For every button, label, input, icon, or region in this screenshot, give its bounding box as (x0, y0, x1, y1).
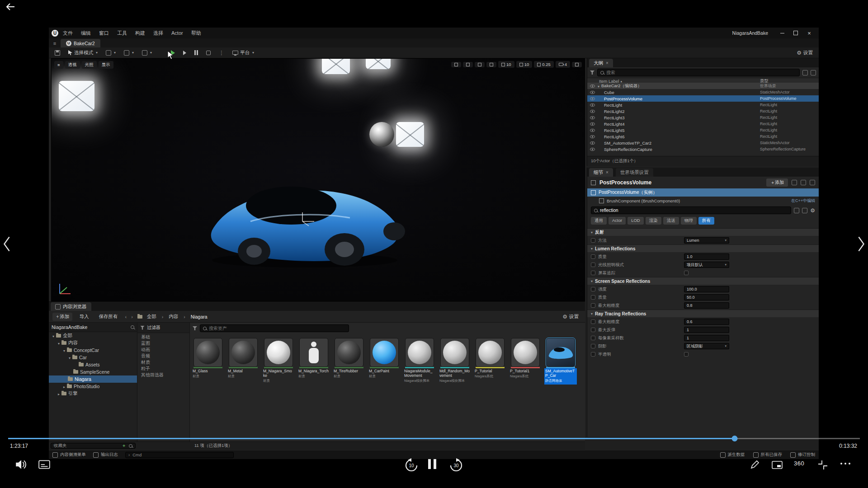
save-button[interactable] (52, 49, 62, 56)
more-options-button[interactable] (839, 463, 851, 465)
chip-rendering[interactable]: 渲染 (646, 217, 661, 225)
skip-frame-button[interactable] (181, 50, 189, 56)
override-checkbox[interactable] (591, 263, 595, 267)
override-checkbox[interactable] (591, 352, 595, 357)
component-instance-row[interactable]: PostProcessVolume（实例） (587, 188, 819, 197)
override-checkbox[interactable] (591, 303, 595, 308)
samples-per-pixel-field[interactable]: 1 (684, 335, 729, 341)
seek-bar[interactable] (8, 436, 860, 440)
category-ssr[interactable]: Screen Space Reflections (587, 277, 819, 285)
eject-button[interactable] (204, 50, 213, 56)
asset-tile[interactable]: P_Tutorial1Niagara系统 (509, 338, 542, 380)
maximize-icon[interactable] (789, 28, 802, 38)
level-viewport[interactable]: ≡ 透视 光照 显示 10 10 0.25 4 (51, 58, 585, 301)
previous-button[interactable] (2, 235, 12, 253)
details-view-options-icon[interactable] (792, 180, 797, 185)
outliner-filter-icon[interactable] (590, 70, 594, 75)
rotation-snap-toggle[interactable]: 10 (516, 61, 533, 68)
import-button[interactable]: 导入 (77, 313, 92, 321)
visibility-eye-icon[interactable] (590, 141, 595, 145)
outliner-row-selected[interactable]: PostProcessVolumePostProcessVolume (587, 95, 819, 102)
asset-search-box[interactable] (200, 324, 349, 332)
asset-tile[interactable]: M_Niagara_Smoke材质 (262, 338, 295, 385)
chip-lod[interactable]: LOD (627, 217, 644, 225)
favorites-star-icon[interactable] (802, 208, 807, 213)
filter-item[interactable]: 其他筛选器 (137, 371, 189, 377)
move-tool-icon[interactable] (463, 62, 473, 67)
breadcrumb-all[interactable]: 全部 (147, 314, 156, 320)
subtitles-button[interactable] (38, 458, 51, 471)
shadows-dropdown[interactable]: 区域阴影 (684, 343, 729, 349)
tree-item-conceptcar[interactable]: ConceptCar (49, 347, 137, 354)
tree-item-niagara[interactable]: Niagara (49, 375, 137, 383)
override-checkbox[interactable] (591, 271, 595, 275)
close-tab-icon[interactable]: × (606, 170, 609, 175)
grid-snap-toggle[interactable]: 10 (498, 61, 514, 68)
details-lock-icon[interactable] (810, 180, 815, 185)
outliner-row[interactable]: SM_AutomotiveTP_Car2StaticMeshActor (587, 140, 819, 146)
category-lumen-reflections[interactable]: Lumen Reflections (587, 244, 819, 252)
save-all-button[interactable]: 保存所有 (96, 313, 121, 321)
visibility-eye-icon[interactable] (590, 129, 595, 132)
override-checkbox[interactable] (591, 287, 595, 291)
asset-tile[interactable]: M_TireRubber材质 (333, 338, 365, 380)
asset-tile[interactable]: M_CarPaint材质 (368, 338, 401, 380)
search-icon[interactable] (129, 444, 132, 448)
menu-actor[interactable]: Actor (168, 29, 187, 37)
view-mode-dropdown[interactable]: 光照 (82, 61, 97, 69)
quality-field[interactable]: 50.0 (684, 294, 729, 300)
breadcrumb-niagara[interactable]: Niagara (191, 314, 208, 319)
translucency-checkbox[interactable] (684, 352, 689, 357)
menu-tools[interactable]: 工具 (113, 29, 131, 38)
show-dropdown[interactable]: 显示 (99, 61, 113, 69)
editor-settings-button[interactable]: ⚙设置 (794, 49, 815, 57)
asset-tile[interactable]: M_Metal材质 (227, 338, 259, 380)
filter-item[interactable]: 基础 (137, 333, 189, 339)
expander-icon[interactable] (58, 340, 60, 346)
asset-filter-icon[interactable] (193, 326, 197, 330)
filter-item[interactable]: 粒子 (137, 365, 189, 371)
pause-button[interactable] (428, 459, 436, 469)
select-tool-icon[interactable] (451, 62, 461, 67)
rotate-tool-icon[interactable] (475, 62, 485, 67)
perspective-dropdown[interactable]: 透视 (65, 61, 80, 69)
add-component-button[interactable]: ＋添加 (766, 178, 788, 187)
derived-data-status[interactable]: 派生数据 (720, 452, 745, 458)
screen-traces-checkbox[interactable] (684, 271, 689, 275)
edit-button[interactable] (750, 459, 760, 470)
outliner-row[interactable]: RectLight4RectLight (587, 121, 819, 127)
tree-item-engine[interactable]: 引擎 (49, 390, 137, 397)
visibility-eye-icon[interactable] (590, 103, 595, 107)
collections-box[interactable]: 收藏夹 ＋ (51, 443, 136, 449)
outliner-search-box[interactable] (597, 69, 800, 76)
outliner-row[interactable]: RectLight3RectLight (587, 114, 819, 121)
outliner-type-icon[interactable] (811, 70, 816, 75)
add-collection-icon[interactable]: ＋ (122, 443, 127, 449)
expander-icon[interactable] (63, 384, 65, 389)
category-reflections[interactable]: 反射 (587, 228, 819, 236)
outliner-search-input[interactable] (606, 70, 797, 75)
camera-speed-button[interactable]: 4 (556, 61, 570, 68)
outliner-row[interactable]: RectLight6RectLight (587, 133, 819, 140)
tree-item-assets[interactable]: Assets (49, 361, 137, 368)
chip-all[interactable]: 所有 (698, 217, 714, 225)
intensity-field[interactable]: 100.0 (684, 286, 729, 292)
menu-window[interactable]: 窗口 (95, 29, 113, 38)
menu-build[interactable]: 构建 (132, 29, 149, 38)
chip-physics[interactable]: 物理 (681, 217, 697, 225)
filter-item[interactable]: 蓝图 (137, 339, 189, 346)
override-checkbox[interactable] (591, 254, 595, 259)
details-help-icon[interactable] (801, 180, 806, 185)
visibility-eye-icon[interactable] (590, 148, 595, 151)
expander-icon[interactable] (598, 84, 599, 89)
mini-player-button[interactable] (771, 459, 783, 471)
menu-select[interactable]: 选择 (150, 29, 167, 38)
breadcrumb-content[interactable]: 内容 (169, 314, 178, 320)
details-search-input[interactable] (600, 208, 788, 213)
brush-component-row[interactable]: BrushComponent (BrushComponent0)在C++中编辑 (587, 197, 819, 205)
override-checkbox[interactable] (591, 319, 595, 324)
max-bounces-field[interactable]: 1 (684, 327, 729, 333)
asset-search-input[interactable] (209, 326, 346, 331)
outliner-row[interactable]: CubeStaticMeshActor (587, 89, 819, 95)
asset-tile[interactable]: M_Glass材质 (192, 338, 224, 380)
